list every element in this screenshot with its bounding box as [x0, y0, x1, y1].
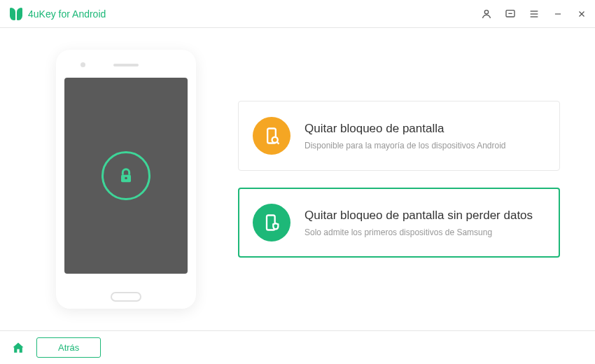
phone-camera	[80, 62, 85, 67]
app-logo	[10, 8, 22, 20]
svg-point-10	[125, 177, 127, 180]
phone-search-icon	[253, 117, 290, 155]
titlebar: 4uKey for Android	[0, 0, 595, 28]
user-icon[interactable]	[480, 8, 493, 20]
phone-screen	[64, 78, 188, 274]
back-button[interactable]: Atrás	[36, 337, 101, 358]
option-description: Solo admite los primeros dispositivos de…	[304, 227, 545, 237]
lock-icon	[116, 166, 136, 186]
home-button[interactable]	[10, 340, 27, 356]
main-content: Quitar bloqueo de pantalla Disponible pa…	[0, 28, 595, 330]
close-icon[interactable]	[575, 8, 588, 20]
menu-icon[interactable]	[528, 8, 540, 20]
options-list: Quitar bloqueo de pantalla Disponible pa…	[238, 101, 560, 258]
message-icon[interactable]	[504, 8, 517, 20]
phone-earpiece	[113, 64, 139, 66]
titlebar-right	[480, 8, 588, 20]
phone-shield-icon	[253, 204, 290, 241]
option-text: Quitar bloqueo de pantalla Disponible pa…	[304, 121, 545, 150]
svg-point-0	[484, 10, 488, 13]
option-text: Quitar bloqueo de pantalla sin perder da…	[304, 208, 545, 237]
option-title: Quitar bloqueo de pantalla sin perder da…	[304, 208, 545, 223]
home-icon	[11, 341, 25, 355]
option-remove-screen-lock[interactable]: Quitar bloqueo de pantalla Disponible pa…	[238, 101, 560, 171]
phone-home-button	[111, 292, 141, 302]
option-title: Quitar bloqueo de pantalla	[304, 121, 545, 136]
option-description: Disponible para la mayoría de los dispos…	[304, 141, 545, 150]
lock-circle	[102, 151, 150, 200]
app-title: 4uKey for Android	[28, 8, 106, 20]
svg-line-13	[277, 142, 279, 144]
svg-point-12	[272, 137, 278, 143]
titlebar-left: 4uKey for Android	[10, 8, 106, 20]
footer: Atrás	[0, 330, 595, 364]
minimize-icon[interactable]	[552, 8, 564, 20]
option-remove-lock-no-data-loss[interactable]: Quitar bloqueo de pantalla sin perder da…	[238, 188, 560, 258]
phone-illustration	[56, 50, 196, 309]
